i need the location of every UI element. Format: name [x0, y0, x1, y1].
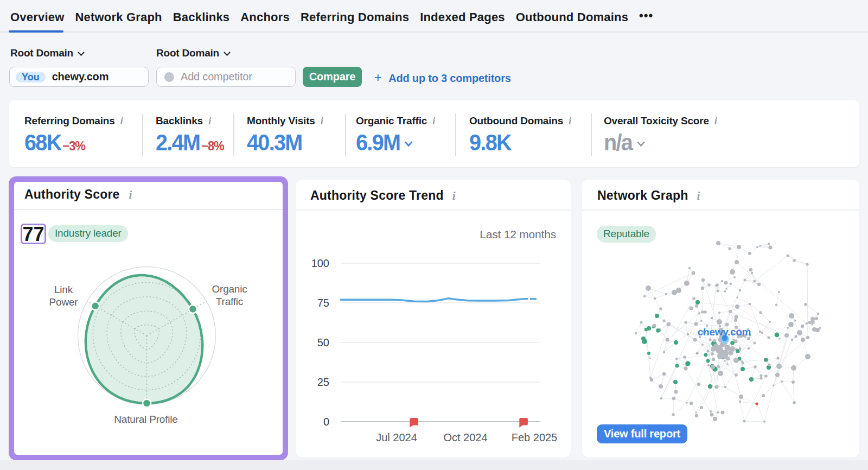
svg-text:100: 100 — [311, 257, 329, 269]
svg-text:chewy.com: chewy.com — [698, 326, 751, 338]
svg-text:75: 75 — [317, 297, 329, 309]
svg-text:50: 50 — [317, 336, 329, 348]
svg-text:0: 0 — [323, 416, 329, 428]
svg-text:Oct 2024: Oct 2024 — [443, 431, 487, 443]
svg-text:Feb 2025: Feb 2025 — [512, 431, 558, 443]
svg-text:25: 25 — [317, 376, 329, 388]
svg-text:Jul 2024: Jul 2024 — [376, 431, 417, 443]
